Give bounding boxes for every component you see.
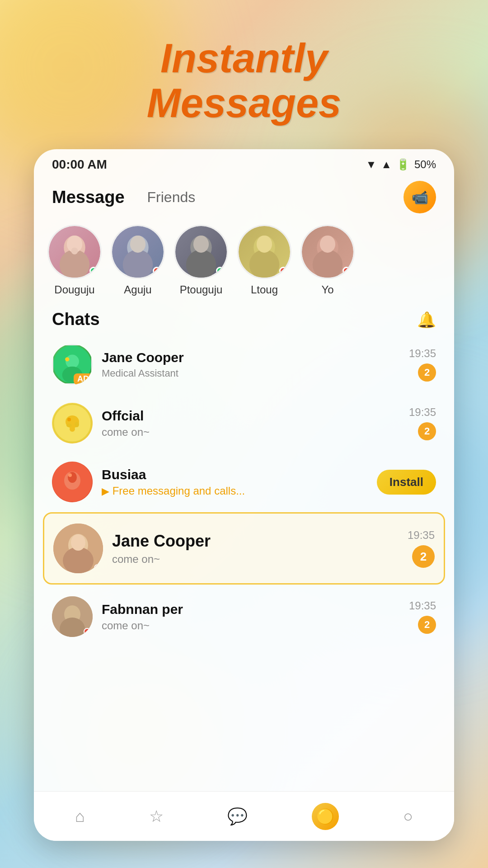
video-icon: 📹 bbox=[412, 189, 428, 205]
chat-avatar-fabnnan bbox=[52, 596, 93, 637]
chat-info-jane-ad: Jane Cooper Medical Assistant bbox=[102, 350, 400, 379]
story-status-dot-yo bbox=[343, 267, 351, 275]
jane-highlighted-status-dot bbox=[94, 564, 101, 571]
svg-point-33 bbox=[63, 547, 94, 573]
star-icon: ☆ bbox=[149, 807, 164, 826]
story-item-ptouguju[interactable]: Ptouguju bbox=[174, 225, 228, 296]
ad-badge: AD bbox=[74, 373, 93, 385]
svg-point-5 bbox=[123, 250, 153, 278]
story-status-dot-douguju bbox=[89, 267, 98, 275]
chat-name-jane-highlighted: Jane Cooper bbox=[112, 532, 399, 551]
chat-time-jane-ad: 19:35 bbox=[409, 347, 436, 360]
header-title: Instantly Messages bbox=[0, 36, 488, 126]
nav-message-tab[interactable]: Message bbox=[52, 188, 125, 207]
nav-item-favorites[interactable]: ☆ bbox=[149, 807, 164, 826]
story-item-yo[interactable]: Yo bbox=[300, 225, 355, 296]
fabnnan-status-dot bbox=[84, 628, 91, 635]
chat-info-official: Offcial come on~ bbox=[102, 408, 400, 439]
story-name-aguju: Aguju bbox=[124, 283, 151, 296]
chat-item-jane-highlighted[interactable]: Jane Cooper come on~ 19:35 2 bbox=[43, 512, 445, 585]
nav-video-button[interactable]: 📹 bbox=[404, 181, 436, 213]
title-line2: Messages bbox=[147, 80, 341, 126]
nav-bar: Message Friends 📹 bbox=[34, 176, 454, 220]
wifi-icon: ▼ bbox=[366, 158, 376, 171]
title-line1: Instantly bbox=[160, 36, 328, 81]
svg-point-6 bbox=[130, 236, 145, 253]
svg-point-17 bbox=[66, 355, 79, 368]
profile-icon: ○ bbox=[403, 807, 413, 826]
chat-item-busiaa[interactable]: Busiaa ▶ Free messaging and calls... Ins… bbox=[43, 453, 445, 510]
story-avatar-aguju bbox=[111, 225, 165, 279]
svg-point-8 bbox=[186, 250, 216, 278]
battery-icon: 🔋 bbox=[396, 158, 410, 171]
chat-meta-jane-highlighted: 19:35 2 bbox=[408, 529, 435, 568]
chat-time-fabnnan: 19:35 bbox=[409, 599, 436, 612]
chat-meta-official: 19:35 2 bbox=[409, 406, 436, 440]
story-item-ltoug[interactable]: Ltoug bbox=[237, 225, 291, 296]
story-status-dot-ltoug bbox=[279, 267, 287, 275]
signal-icon: ▲ bbox=[381, 158, 392, 171]
chat-preview-fabnnan: come on~ bbox=[102, 619, 400, 632]
status-time: 00:00 AM bbox=[52, 157, 107, 172]
status-bar: 00:00 AM ▼ ▲ 🔋 50% bbox=[34, 149, 454, 176]
nav-item-chat[interactable]: 💬 bbox=[227, 807, 248, 826]
nav-item-home[interactable]: ⌂ bbox=[75, 807, 85, 826]
chat-time-official: 19:35 bbox=[409, 406, 436, 419]
chat-name-busiaa: Busiaa bbox=[102, 467, 368, 482]
story-item-douguju[interactable]: Douguju bbox=[47, 225, 102, 296]
nav-item-profile[interactable]: ○ bbox=[403, 807, 413, 826]
svg-point-14 bbox=[313, 250, 343, 278]
status-icons: ▼ ▲ 🔋 50% bbox=[366, 158, 436, 171]
nav-item-notification[interactable]: 🟡 bbox=[312, 803, 339, 830]
chat-name-jane-ad: Jane Cooper bbox=[102, 350, 400, 365]
story-name-douguju: Douguju bbox=[54, 283, 94, 296]
chat-list: AD Jane Cooper Medical Assistant 19:35 2 bbox=[34, 336, 454, 645]
bell-icon[interactable]: 🔔 bbox=[417, 311, 436, 329]
chat-item-official[interactable]: Offcial come on~ 19:35 2 bbox=[43, 395, 445, 452]
svg-point-12 bbox=[257, 236, 272, 253]
story-item-aguju[interactable]: Aguju bbox=[111, 225, 165, 296]
svg-point-11 bbox=[249, 250, 280, 278]
chat-item-jane-ad[interactable]: AD Jane Cooper Medical Assistant 19:35 2 bbox=[43, 336, 445, 393]
chat-badge-jane-highlighted: 2 bbox=[412, 545, 435, 568]
chat-meta-jane-ad: 19:35 2 bbox=[409, 347, 436, 382]
chats-header: Chats 🔔 bbox=[34, 305, 454, 336]
chat-preview-jane-highlighted: come on~ bbox=[112, 553, 399, 566]
chat-item-fabnnan[interactable]: Fabnnan per come on~ 19:35 2 bbox=[43, 588, 445, 645]
chat-badge-jane-ad: 2 bbox=[418, 363, 436, 382]
story-name-ltoug: Ltoug bbox=[251, 283, 278, 296]
svg-point-15 bbox=[320, 236, 335, 253]
nav-friends-tab[interactable]: Friends bbox=[147, 189, 196, 206]
chat-avatar-busiaa bbox=[52, 462, 93, 502]
story-name-ptouguju: Ptouguju bbox=[180, 283, 223, 296]
chat-name-fabnnan: Fabnnan per bbox=[102, 602, 400, 617]
story-avatar-ptouguju bbox=[174, 225, 228, 279]
svg-point-9 bbox=[193, 236, 209, 253]
chat-preview-jane-ad: Medical Assistant bbox=[102, 368, 400, 379]
install-button[interactable]: Install bbox=[377, 470, 436, 495]
svg-point-30 bbox=[68, 473, 72, 477]
story-status-dot-aguju bbox=[153, 267, 161, 275]
story-avatar-yo bbox=[300, 225, 355, 279]
notification-active-icon: 🟡 bbox=[312, 803, 339, 830]
chat-info-busiaa: Busiaa ▶ Free messaging and calls... bbox=[102, 467, 368, 497]
svg-point-20 bbox=[66, 358, 69, 361]
chat-avatar-jane-highlighted bbox=[53, 524, 103, 573]
stories-row: Douguju Aguju bbox=[34, 220, 454, 305]
chat-badge-fabnnan: 2 bbox=[418, 616, 436, 634]
chat-icon: 💬 bbox=[227, 807, 248, 826]
svg-point-3 bbox=[71, 248, 78, 255]
bottom-nav: ⌂ ☆ 💬 🟡 ○ bbox=[34, 791, 454, 841]
story-name-yo: Yo bbox=[321, 283, 333, 296]
chat-name-official: Offcial bbox=[102, 408, 400, 424]
chat-avatar-jane-ad: AD bbox=[52, 344, 93, 385]
svg-point-34 bbox=[71, 534, 85, 551]
chat-meta-fabnnan: 19:35 2 bbox=[409, 599, 436, 634]
chat-badge-official: 2 bbox=[418, 422, 436, 440]
story-status-dot-ptouguju bbox=[216, 267, 224, 275]
chat-time-jane-highlighted: 19:35 bbox=[408, 529, 435, 542]
svg-point-23 bbox=[67, 418, 71, 421]
phone-mockup: 00:00 AM ▼ ▲ 🔋 50% Message Friends 📹 bbox=[34, 149, 454, 841]
chat-info-fabnnan: Fabnnan per come on~ bbox=[102, 602, 400, 632]
svg-point-26 bbox=[70, 426, 75, 432]
